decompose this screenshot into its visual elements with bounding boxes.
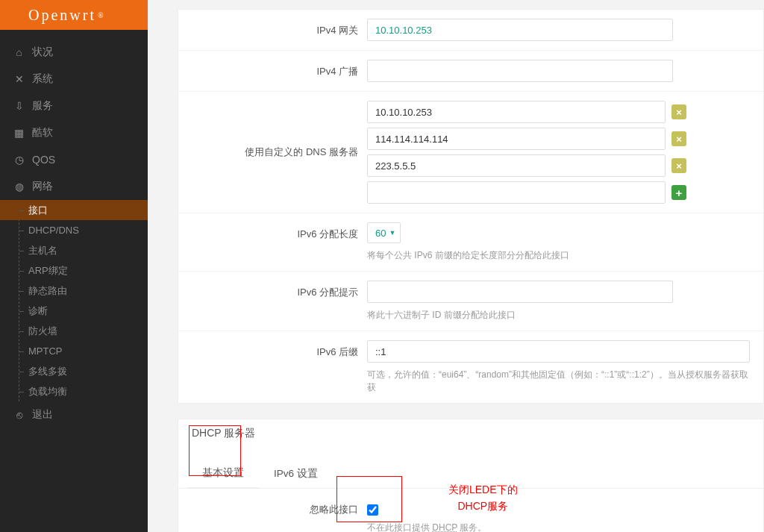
sidebar-submenu-network: 接口 DHCP/DNS 主机名 ARP绑定 静态路由 诊断 防火墙 MPTCP …: [0, 200, 148, 401]
ipv6-hint-input[interactable]: [367, 281, 673, 303]
brand-bar: Openwrt®: [0, 0, 148, 30]
tools-icon: ✕: [13, 73, 25, 85]
sidebar-sub-mptcp[interactable]: MPTCP: [0, 341, 148, 361]
sidebar-item-system[interactable]: ✕ 系统: [0, 66, 148, 93]
dns-input-0[interactable]: [367, 101, 666, 123]
row-ipv6-hint: IPv6 分配提示 将此十六进制子 ID 前缀分配给此接口: [178, 272, 763, 331]
row-ipv6-suffix: IPv6 后缀 可选，允许的值：“eui64”、“random”和其他固定值（例…: [178, 331, 763, 403]
row-ipv6-alloc: IPv6 分配长度 60 ▼ 将每个公共 IPv6 前缀的给定长度部分分配给此接…: [178, 213, 763, 272]
sidebar-item-label: 退出: [32, 408, 134, 422]
sidebar-item-label: 网络: [32, 180, 134, 193]
sidebar-item-label: 服务: [32, 99, 134, 113]
sidebar-item-logout[interactable]: ⎋ 退出: [0, 401, 148, 428]
sidebar-item-cool[interactable]: ▦ 酷软: [0, 119, 148, 146]
label-ipv4-broadcast: IPv4 广播: [192, 60, 367, 78]
row-ipv4-broadcast: IPv4 广播: [178, 51, 763, 92]
dhcp-card: DHCP 服务器 基本设置 IPv6 设置 忽略此接口 不在此接口提供 DHCP…: [178, 419, 764, 532]
hint-ignore: 不在此接口提供 DHCP 服务。: [367, 522, 750, 532]
hint-ipv6-alloc: 将每个公共 IPv6 前缀的给定长度部分分配给此接口: [367, 249, 750, 262]
ipv4-broadcast-input[interactable]: [367, 60, 673, 82]
sidebar-item-label: 状况: [32, 46, 134, 59]
tab-ipv6[interactable]: IPv6 设置: [259, 461, 333, 488]
ignore-checkbox[interactable]: [367, 504, 378, 516]
label-ipv6-hint: IPv6 分配提示: [192, 281, 367, 299]
globe-icon: ◍: [13, 181, 25, 193]
grid-icon: ▦: [13, 127, 25, 139]
sidebar-sub-dhcpdns[interactable]: DHCP/DNS: [0, 220, 148, 240]
ipv6-alloc-value: 60: [375, 228, 386, 239]
label-dns: 使用自定义的 DNS 服务器: [192, 145, 367, 159]
sidebar-sub-loadbal[interactable]: 负载均衡: [0, 381, 148, 401]
main-content: IPv4 网关 IPv4 广播 使用自定义的 DNS 服务器 × ×: [148, 0, 764, 532]
sidebar-sub-multiwan[interactable]: 多线多拨: [0, 361, 148, 381]
sidebar: ⌂ 状况 ✕ 系统 ⇩ 服务 ▦ 酷软 ◷ QOS ◍ 网络 接口 DHCP/D…: [0, 30, 148, 532]
dns-delete-button-0[interactable]: ×: [671, 104, 686, 119]
dns-delete-button-2[interactable]: ×: [671, 158, 686, 173]
sidebar-sub-firewall[interactable]: 防火墙: [0, 321, 148, 341]
sidebar-sub-interface[interactable]: 接口: [0, 200, 148, 220]
caret-down-icon: ▼: [389, 229, 395, 237]
dhcp-link[interactable]: DHCP: [432, 522, 457, 532]
dns-delete-button-1[interactable]: ×: [671, 131, 686, 146]
logout-icon: ⎋: [13, 409, 25, 421]
label-ipv6-suffix: IPv6 后缀: [192, 340, 367, 359]
label-ignore: 忽略此接口: [192, 498, 367, 516]
home-icon: ⌂: [13, 46, 25, 58]
sidebar-item-label: 酷软: [32, 126, 134, 140]
dns-input-2[interactable]: [367, 154, 666, 177]
sidebar-sub-staticroute[interactable]: 静态路由: [0, 281, 148, 301]
sidebar-sub-diag[interactable]: 诊断: [0, 301, 148, 321]
sidebar-item-qos[interactable]: ◷ QOS: [0, 146, 148, 173]
row-ipv4-gateway: IPv4 网关: [178, 10, 763, 51]
ipv4-gateway-input[interactable]: [367, 19, 673, 41]
dns-input-new[interactable]: [367, 181, 666, 204]
ipv6-suffix-input[interactable]: [367, 340, 750, 363]
hint-ipv6-suffix: 可选，允许的值：“eui64”、“random”和其他固定值（例如：“::1”或…: [367, 369, 750, 394]
sidebar-item-network[interactable]: ◍ 网络: [0, 173, 148, 200]
network-settings-card: IPv4 网关 IPv4 广播 使用自定义的 DNS 服务器 × ×: [178, 9, 764, 404]
sidebar-item-services[interactable]: ⇩ 服务: [0, 93, 148, 119]
sidebar-item-label: QOS: [32, 154, 134, 166]
brand-mark: ®: [98, 11, 104, 19]
dashboard-icon: ◷: [13, 154, 25, 166]
sidebar-item-label: 系统: [32, 72, 134, 86]
sidebar-sub-arp[interactable]: ARP绑定: [0, 260, 148, 281]
brand-name: Openwrt: [28, 7, 96, 24]
dhcp-title: DHCP 服务器: [178, 419, 269, 448]
label-ipv6-alloc: IPv6 分配长度: [192, 222, 367, 241]
download-icon: ⇩: [13, 100, 25, 112]
annotation-text: 关闭LEDE下的 DHCP服务: [448, 482, 518, 514]
dns-add-button[interactable]: +: [671, 185, 686, 200]
hint-ipv6-hint: 将此十六进制子 ID 前缀分配给此接口: [367, 309, 750, 322]
label-ipv4-gateway: IPv4 网关: [192, 19, 367, 37]
tab-basic[interactable]: 基本设置: [187, 460, 259, 489]
dns-input-1[interactable]: [367, 128, 666, 150]
row-dns: 使用自定义的 DNS 服务器 × × × +: [178, 92, 763, 213]
ipv6-alloc-select[interactable]: 60 ▼: [367, 222, 401, 243]
sidebar-sub-hostname[interactable]: 主机名: [0, 240, 148, 260]
sidebar-item-status[interactable]: ⌂ 状况: [0, 39, 148, 66]
